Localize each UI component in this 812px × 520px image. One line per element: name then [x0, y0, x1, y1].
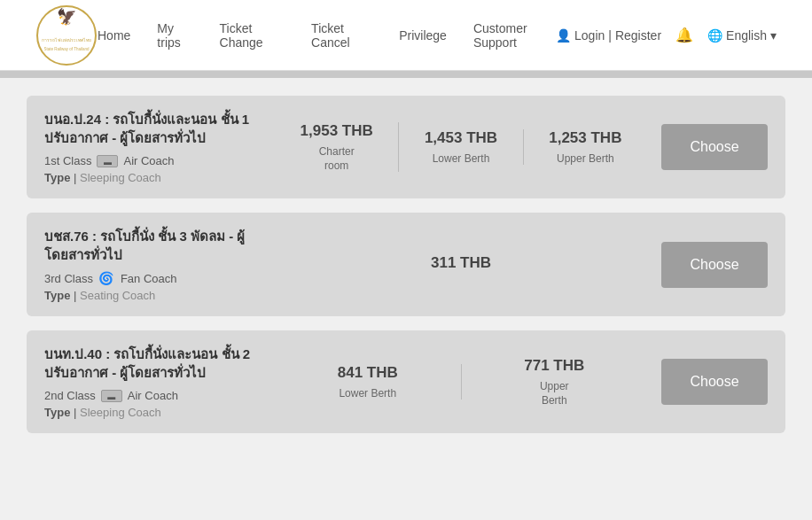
login-register[interactable]: 👤 Login | Register — [556, 28, 661, 43]
main-content: บนอ.ป.24 : รถโบกี้นั่งและนอน ชั้น 1 ปรับ… — [0, 78, 812, 451]
separator: | — [608, 28, 612, 43]
card-1-price-2-amount: 1,453 THB — [408, 129, 513, 147]
language-selector[interactable]: 🌐 English ▾ — [707, 28, 777, 43]
person-icon: 👤 — [556, 28, 571, 43]
card-3-price-1: 841 THB Lower Berth — [275, 364, 462, 400]
card-1-class-icon: ▬ — [97, 155, 118, 167]
logo-area: 🦅 การรถไฟแห่งประเทศไทย State Railway of … — [35, 4, 98, 66]
card-2-price-1-amount: 311 THB — [284, 254, 638, 272]
card-2-type-sep: | — [74, 289, 80, 302]
logo: 🦅 การรถไฟแห่งประเทศไทย State Railway of … — [35, 4, 98, 66]
svg-text:การรถไฟแห่งประเทศไทย: การรถไฟแห่งประเทศไทย — [42, 37, 91, 43]
card-2-class-label: 3rd Class — [44, 272, 93, 285]
card-3-info: บนท.ป.40 : รถโบกี้นั่งและนอน ชั้น 2 ปรับ… — [44, 345, 275, 419]
card-3-type-label: Type — [44, 406, 70, 419]
sub-bar — [0, 71, 812, 78]
card-3-class-label: 2nd Class — [44, 389, 96, 402]
nav-ticket-cancel[interactable]: Ticket Cancel — [311, 21, 372, 50]
bell-icon[interactable]: 🔔 — [675, 27, 693, 43]
card-1-price-3: 1,253 THB Upper Berth — [524, 129, 647, 165]
card-1-type-sep: | — [74, 171, 80, 184]
card-1-title: บนอ.ป.24 : รถโบกี้นั่งและนอน ชั้น 1 ปรับ… — [44, 110, 275, 147]
card-1-info: บนอ.ป.24 : รถโบกี้นั่งและนอน ชั้น 1 ปรับ… — [44, 110, 275, 184]
train-card-3: บนท.ป.40 : รถโบกี้นั่งและนอน ชั้น 2 ปรับ… — [27, 330, 785, 433]
card-1-price-3-amount: 1,253 THB — [533, 129, 638, 147]
card-3-prices: 841 THB Lower Berth 771 THB UpperBerth — [275, 357, 647, 407]
card-1-type-value: Sleeping Coach — [80, 171, 161, 184]
choose-button-1[interactable]: Choose — [661, 124, 768, 170]
card-3-title: บนท.ป.40 : รถโบกี้นั่งและนอน ชั้น 2 ปรับ… — [44, 345, 275, 382]
card-3-price-2-label: UpperBerth — [540, 380, 569, 407]
card-2-price-1: 311 THB — [275, 254, 647, 276]
chevron-down-icon: ▾ — [770, 28, 777, 43]
card-1-price-1-label: Charterroom — [319, 145, 355, 172]
train-card-2: บชส.76 : รถโบกี้นั่ง ชั้น 3 พัดลม - ผู้โ… — [27, 213, 785, 316]
login-label[interactable]: Login — [574, 28, 605, 43]
card-2-class-type: Fan Coach — [121, 272, 177, 285]
card-3-class-row: 2nd Class ▬ Air Coach — [44, 389, 275, 402]
card-3-type-sep: | — [74, 406, 80, 419]
card-1-price-1-amount: 1,953 THB — [284, 122, 389, 140]
card-1-price-3-label: Upper Berth — [557, 152, 614, 165]
card-2-info: บชส.76 : รถโบกี้นั่ง ชั้น 3 พัดลม - ผู้โ… — [44, 227, 275, 302]
language-label: English — [726, 28, 767, 43]
card-3-class-type: Air Coach — [128, 389, 178, 402]
register-label[interactable]: Register — [615, 28, 661, 43]
card-2-class-row: 3rd Class 🌀 Fan Coach — [44, 271, 275, 285]
card-1-class-label: 1st Class — [44, 154, 91, 167]
card-2-type-row: Type | Seating Coach — [44, 289, 275, 302]
card-1-class-row: 1st Class ▬ Air Coach — [44, 154, 275, 167]
nav-customer-support[interactable]: Customer Support — [473, 21, 556, 50]
card-3-class-icon: ▬ — [101, 390, 122, 402]
card-1-price-2: 1,453 THB Lower Berth — [399, 129, 523, 165]
header: 🦅 การรถไฟแห่งประเทศไทย State Railway of … — [0, 0, 812, 71]
card-3-price-2: 771 THB UpperBerth — [462, 357, 648, 407]
card-2-type-label: Type — [44, 289, 70, 302]
card-3-price-1-amount: 841 THB — [284, 364, 452, 382]
globe-icon: 🌐 — [707, 28, 722, 43]
card-1-class-type: Air Coach — [123, 154, 174, 167]
fan-icon: 🌀 — [98, 271, 113, 285]
train-card-1: บนอ.ป.24 : รถโบกี้นั่งและนอน ชั้น 1 ปรับ… — [27, 96, 785, 198]
card-2-type-value: Seating Coach — [80, 289, 155, 302]
card-2-prices: 311 THB — [275, 254, 647, 276]
card-3-type-row: Type | Sleeping Coach — [44, 406, 275, 419]
main-nav: Home My trips Ticket Change Ticket Cance… — [98, 21, 556, 50]
card-3-price-2-amount: 771 THB — [471, 357, 639, 375]
nav-my-trips[interactable]: My trips — [157, 21, 192, 50]
nav-home[interactable]: Home — [98, 28, 130, 43]
card-2-title: บชส.76 : รถโบกี้นั่ง ชั้น 3 พัดลม - ผู้โ… — [44, 227, 275, 264]
card-1-prices: 1,953 THB Charterroom 1,453 THB Lower Be… — [275, 122, 647, 172]
card-3-price-1-label: Lower Berth — [339, 387, 396, 400]
svg-text:🦅: 🦅 — [57, 7, 77, 27]
card-1-type-label: Type — [44, 171, 70, 184]
top-right: 👤 Login | Register 🔔 🌐 English ▾ — [556, 27, 777, 43]
nav-ticket-change[interactable]: Ticket Change — [220, 21, 285, 50]
card-1-price-1: 1,953 THB Charterroom — [275, 122, 399, 172]
svg-text:State Railway of Thailand: State Railway of Thailand — [44, 47, 90, 51]
choose-button-3[interactable]: Choose — [661, 359, 768, 405]
card-1-type-row: Type | Sleeping Coach — [44, 171, 275, 184]
choose-button-2[interactable]: Choose — [661, 242, 768, 288]
nav-privilege[interactable]: Privilege — [399, 28, 447, 43]
card-1-price-2-label: Lower Berth — [433, 152, 490, 165]
card-3-type-value: Sleeping Coach — [80, 406, 161, 419]
